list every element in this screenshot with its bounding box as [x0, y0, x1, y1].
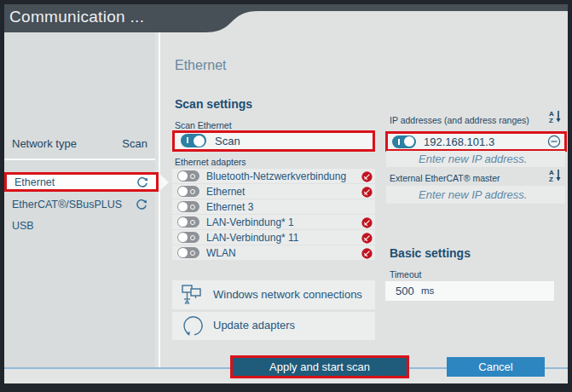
adapter-row: Ethernet: [172, 184, 375, 199]
ip-toggle[interactable]: [392, 135, 416, 148]
sidebar-divider: [4, 159, 155, 160]
adapter-list: Bluetooth-Netzwerkverbindung Ethernet Et…: [172, 169, 375, 261]
remove-ip-icon[interactable]: [547, 135, 561, 152]
dialog-content: Communication ... Network type Scan Ethe…: [4, 4, 568, 383]
external-master-field[interactable]: [386, 186, 565, 204]
adapter-toggle[interactable]: [177, 170, 199, 182]
sidebar-item-label: EtherCAT®/SBusPLUS: [12, 199, 122, 210]
update-adapters-icon: [182, 314, 205, 341]
update-adapters-label: Update adapters: [213, 319, 295, 331]
communication-dialog: Communication ... Network type Scan Ethe…: [0, 0, 572, 392]
ip-address-row: 192.168.101.3: [385, 131, 567, 152]
scan-ethernet-label: Scan Ethernet: [175, 120, 232, 130]
timeout-field[interactable]: 500 ms: [385, 281, 554, 301]
adapter-row: Ethernet 3: [172, 199, 375, 214]
adapter-row: LAN-Verbindung* 11: [172, 230, 375, 245]
svg-text:Z: Z: [549, 117, 553, 124]
adapter-name: Ethernet 3: [206, 201, 253, 213]
windows-network-connections-button[interactable]: Windows network connections: [172, 280, 375, 309]
new-ip-input[interactable]: [386, 151, 565, 167]
scan-refresh-icon[interactable]: [135, 198, 148, 214]
sidebar-item-label: USB: [12, 220, 34, 232]
basic-settings-heading: Basic settings: [390, 246, 471, 260]
adapter-name: WLAN: [206, 247, 236, 259]
network-type-header: Network type: [12, 137, 77, 150]
ip-address-value: 192.168.101.3: [424, 135, 494, 148]
scan-header: Scan: [122, 137, 147, 150]
sidebar-item-ethernet[interactable]: Ethernet: [4, 172, 159, 192]
cancel-button[interactable]: Cancel: [447, 357, 545, 377]
windows-network-label: Windows network connections: [213, 288, 362, 301]
adapter-row: WLAN: [172, 245, 375, 260]
adapter-name: Ethernet: [206, 186, 245, 198]
timeout-unit: ms: [421, 285, 434, 296]
adapter-toggle[interactable]: [177, 247, 199, 258]
adapter-toggle[interactable]: [177, 216, 199, 228]
sidebar-item-label: Ethernet: [14, 176, 55, 188]
scan-toggle-row: Scan: [172, 130, 375, 152]
adapter-name: Bluetooth-Netzwerkverbindung: [206, 170, 346, 182]
window-title: Communication ...: [9, 8, 144, 26]
sort-az-icon[interactable]: A Z: [548, 109, 563, 127]
ip-addresses-label: IP addresses (and address ranges): [390, 115, 529, 125]
external-master-input[interactable]: [386, 186, 565, 204]
adapter-toggle[interactable]: [177, 232, 199, 243]
svg-text:Z: Z: [549, 176, 553, 182]
adapter-toggle[interactable]: [177, 201, 199, 212]
windows-network-icon: [180, 284, 205, 309]
external-ethercat-label: External EtherCAT® master: [390, 173, 500, 183]
sidebar-item-usb[interactable]: USB: [4, 216, 155, 236]
apply-and-start-scan-button[interactable]: Apply and start scan: [230, 355, 409, 378]
update-adapters-button[interactable]: Update adapters: [172, 312, 375, 340]
adapter-name: LAN-Verbindung* 11: [206, 232, 299, 244]
adapter-name: LAN-Verbindung* 1: [206, 216, 294, 228]
adapter-toggle[interactable]: [177, 186, 199, 197]
scan-settings-heading: Scan settings: [175, 97, 252, 111]
page-title: Ethernet: [175, 58, 226, 73]
timeout-value: 500: [396, 285, 414, 297]
scan-toggle-label: Scan: [215, 135, 240, 147]
adapter-row: Bluetooth-Netzwerkverbindung: [172, 169, 375, 183]
scan-refresh-icon[interactable]: [136, 176, 149, 192]
adapter-blocked-icon: [361, 247, 373, 262]
new-ip-field[interactable]: [386, 151, 565, 167]
sidebar-header: Network type Scan: [4, 137, 155, 153]
adapter-row: LAN-Verbindung* 1: [172, 215, 375, 229]
sidebar-item-ethercat[interactable]: EtherCAT®/SBusPLUS: [4, 195, 155, 215]
scan-toggle[interactable]: [181, 134, 206, 147]
timeout-label: Timeout: [390, 269, 422, 280]
ethernet-adapters-label: Ethernet adapters: [175, 157, 246, 167]
sort-az-icon[interactable]: A Z: [548, 168, 563, 186]
panel-divider: [159, 32, 160, 367]
